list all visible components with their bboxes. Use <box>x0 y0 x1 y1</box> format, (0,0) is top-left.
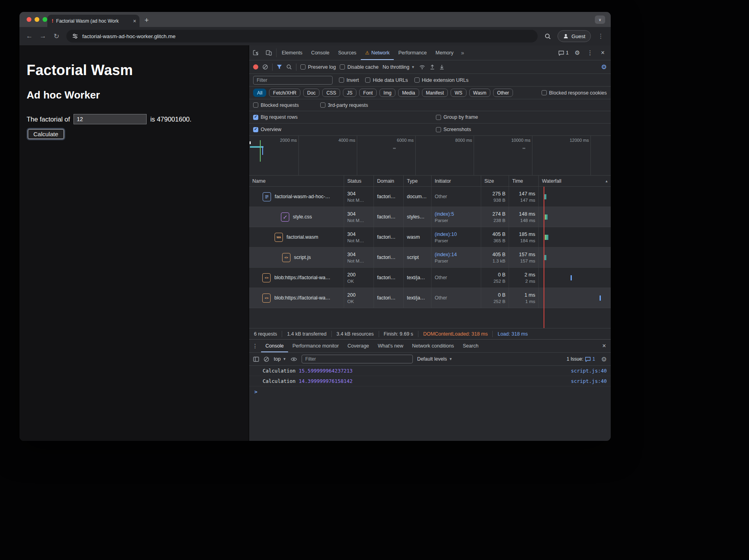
filter-chip-media[interactable]: Media <box>398 89 419 97</box>
live-expression-eye-icon[interactable] <box>290 357 297 362</box>
column-header-name[interactable]: Name <box>249 176 344 186</box>
browser-tab[interactable]: ! Factorial Wasm (ad hoc Work × <box>47 15 139 27</box>
big-request-rows-checkbox[interactable]: Big request rows <box>253 114 298 120</box>
tab-sources[interactable]: Sources <box>334 45 361 60</box>
console-prompt[interactable]: > <box>249 386 611 397</box>
browser-menu-kebab-icon[interactable]: ⋮ <box>595 30 607 42</box>
drawer-tab-network-conditions[interactable]: Network conditions <box>408 340 459 352</box>
column-header-domain[interactable]: Domain <box>374 176 404 186</box>
drawer-menu-kebab-icon[interactable]: ⋮ <box>249 343 261 349</box>
reload-button[interactable]: ↻ <box>50 30 62 42</box>
column-header-waterfall[interactable]: Waterfall ▴ <box>539 176 611 186</box>
drawer-tab-performance-monitor[interactable]: Performance monitor <box>288 340 343 352</box>
network-filter-input[interactable] <box>253 76 333 85</box>
inspect-element-icon[interactable] <box>249 45 262 60</box>
group-by-frame-checkbox[interactable]: Group by frame <box>436 114 478 120</box>
hide-extension-urls-checkbox[interactable]: Hide extension URLs <box>414 77 468 83</box>
profile-chip[interactable]: Guest <box>557 30 591 42</box>
tab-memory[interactable]: Memory <box>431 45 458 60</box>
factorial-input[interactable] <box>74 114 147 124</box>
tab-elements[interactable]: Elements <box>277 45 307 60</box>
initiator-link[interactable]: (index):10 <box>435 232 478 237</box>
console-filter-input[interactable] <box>302 355 412 363</box>
disable-cache-checkbox[interactable]: Disable cache <box>340 64 379 70</box>
tab-console[interactable]: Console <box>307 45 334 60</box>
tab-performance[interactable]: Performance <box>394 45 431 60</box>
tab-search-chevron-icon[interactable]: ∨ <box>595 15 605 24</box>
message-source-link[interactable]: script.js:40 <box>571 368 607 374</box>
column-header-type[interactable]: Type <box>404 176 432 186</box>
issues-counter[interactable]: 1 Issue: 1 <box>565 356 597 362</box>
drawer-tab-search[interactable]: Search <box>459 340 483 352</box>
console-message[interactable]: Calculation 15.599999964237213 script.js… <box>249 366 611 376</box>
filter-chip-font[interactable]: Font <box>359 89 377 97</box>
zoom-icon[interactable] <box>542 30 554 42</box>
devtools-menu-kebab-icon[interactable]: ⋮ <box>584 47 596 58</box>
message-source-link[interactable]: script.js:40 <box>571 378 607 384</box>
filter-chip-manifest[interactable]: Manifest <box>422 89 448 97</box>
clear-network-log-icon[interactable] <box>262 64 268 70</box>
table-row[interactable]: style.css 304Not M… factori… styles… (in… <box>249 207 611 227</box>
drawer-close-icon[interactable]: × <box>598 342 611 350</box>
overview-checkbox[interactable]: Overview <box>253 127 281 132</box>
table-row[interactable]: <> script.js 304Not M… factori… script (… <box>249 247 611 268</box>
export-har-icon[interactable] <box>439 64 445 70</box>
filter-funnel-icon[interactable] <box>277 64 282 70</box>
column-header-status[interactable]: Status <box>344 176 374 186</box>
javascript-context-dropdown[interactable]: top▼ <box>274 356 286 362</box>
filter-chip-all[interactable]: All <box>253 89 266 97</box>
clear-console-icon[interactable] <box>263 356 269 362</box>
third-party-requests-checkbox[interactable]: 3rd-party requests <box>320 102 368 108</box>
blocked-requests-checkbox[interactable]: Blocked requests <box>253 102 299 108</box>
table-row[interactable]: WA factorial.wasm 304Not M… factori… was… <box>249 227 611 247</box>
table-row[interactable]: <> blob:https://factorial-wa… 200OK fact… <box>249 268 611 288</box>
search-icon[interactable] <box>286 64 292 70</box>
initiator-link[interactable]: (index):5 <box>435 211 478 217</box>
back-button[interactable]: ← <box>23 30 35 42</box>
drawer-tab-console[interactable]: Console <box>261 340 288 352</box>
console-settings-gear-icon[interactable]: ⚙ <box>601 355 607 363</box>
throttling-dropdown[interactable]: No throttling▼ <box>383 64 415 70</box>
drawer-tab-whats-new[interactable]: What's new <box>374 340 408 352</box>
column-header-initiator[interactable]: Initiator <box>432 176 481 186</box>
initiator-link[interactable]: (index):14 <box>435 252 478 257</box>
column-header-size[interactable]: Size <box>481 176 509 186</box>
calculate-button[interactable]: Calculate <box>28 129 64 139</box>
close-window-button[interactable] <box>27 17 31 22</box>
more-tabs-icon[interactable]: » <box>458 50 467 56</box>
site-settings-icon[interactable] <box>72 33 78 39</box>
record-network-log-button[interactable] <box>253 64 258 70</box>
network-conditions-icon[interactable] <box>419 64 426 70</box>
new-tab-button[interactable]: + <box>141 15 152 26</box>
console-message[interactable]: Calculation 14.399999976158142 script.js… <box>249 376 611 386</box>
blocked-response-cookies-checkbox[interactable]: Blocked response cookies <box>542 90 607 96</box>
drawer-tab-coverage[interactable]: Coverage <box>343 340 374 352</box>
log-levels-dropdown[interactable]: Default levels▼ <box>417 356 453 362</box>
filter-chip-css[interactable]: CSS <box>322 89 340 97</box>
filter-chip-doc[interactable]: Doc <box>303 89 319 97</box>
tab-close-icon[interactable]: × <box>133 18 136 24</box>
table-row[interactable]: factorial-wasm-ad-hoc-… 304Not M… factor… <box>249 187 611 207</box>
import-har-icon[interactable] <box>430 64 435 70</box>
network-overview-timeline[interactable]: 2000 ms 4000 ms 6000 ms 8000 ms 10000 ms… <box>249 136 611 176</box>
console-sidebar-icon[interactable] <box>253 357 259 362</box>
filter-chip-fetch-xhr[interactable]: Fetch/XHR <box>269 89 300 97</box>
hide-data-urls-checkbox[interactable]: Hide data URLs <box>365 77 408 83</box>
filter-chip-js[interactable]: JS <box>343 89 356 97</box>
filter-chip-other[interactable]: Other <box>493 89 513 97</box>
minimize-window-button[interactable] <box>35 17 39 22</box>
maximize-window-button[interactable] <box>43 17 47 22</box>
filter-chip-ws[interactable]: WS <box>451 89 466 97</box>
screenshots-checkbox[interactable]: Screenshots <box>436 127 471 132</box>
console-messages-badge[interactable]: 1 <box>557 50 570 56</box>
column-header-time[interactable]: Time <box>509 176 539 186</box>
filter-chip-img[interactable]: Img <box>379 89 395 97</box>
tab-network[interactable]: ⚠ Network <box>361 45 394 60</box>
network-settings-gear-icon[interactable]: ⚙ <box>601 63 607 71</box>
devtools-settings-gear-icon[interactable]: ⚙ <box>572 47 583 58</box>
device-toolbar-icon[interactable] <box>262 45 275 60</box>
invert-checkbox[interactable]: Invert <box>339 77 359 83</box>
table-row[interactable]: <> blob:https://factorial-wa… 200OK fact… <box>249 288 611 308</box>
preserve-log-checkbox[interactable]: Preserve log <box>300 64 336 70</box>
devtools-close-icon[interactable]: × <box>597 47 608 58</box>
